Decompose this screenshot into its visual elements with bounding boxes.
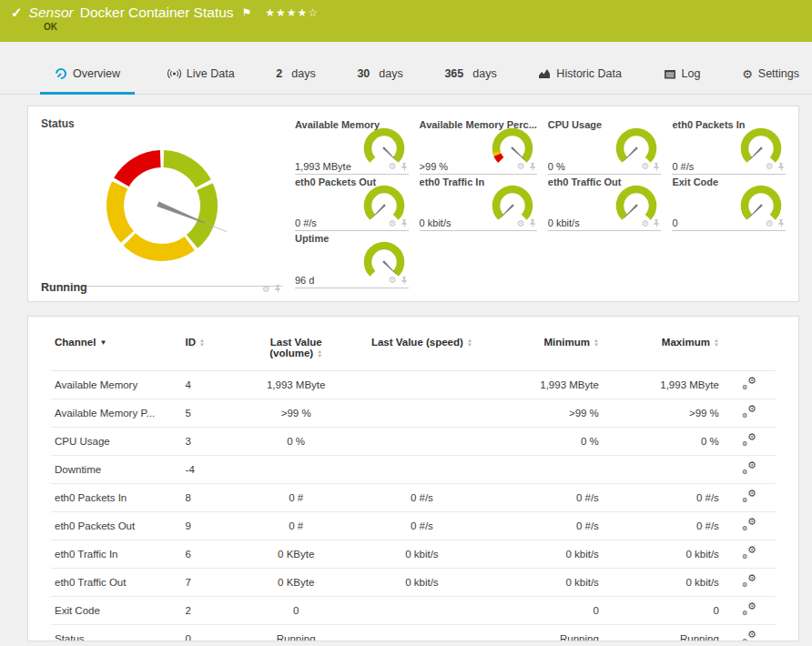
- gear-icon[interactable]: ⚙: [517, 219, 525, 228]
- table-row[interactable]: eth0 Traffic Out70 KByte0 kbit/s0 kbit/s…: [51, 569, 776, 597]
- status-gauge-cell: Status Running ⚙: [41, 117, 282, 287]
- table-row[interactable]: CPU Usage30 %0 %0 %⚙⚙: [51, 428, 776, 456]
- col-last-value-volume[interactable]: Last Value(volume)▲▼: [239, 326, 352, 371]
- gear-icon[interactable]: ⚙: [641, 162, 649, 171]
- pin-icon[interactable]: [400, 218, 409, 228]
- tab-bar: Overview Live Data 2 days 30 days 365 da…: [0, 42, 812, 95]
- gauge-cell-cpu-usage: CPU Usage 0 % ⚙: [548, 117, 662, 175]
- sort-icon: ▲▼: [317, 349, 322, 358]
- tab-historic-data[interactable]: Historic Data: [529, 67, 631, 94]
- table-row[interactable]: eth0 Packets In80 #0 #/s0 #/s0 #/s⚙⚙: [51, 484, 776, 512]
- col-actions: [723, 326, 776, 371]
- status-gauge-value: Running: [41, 281, 87, 294]
- channel-table-panel: Channel▼ ID▲▼ Last Value(volume)▲▼ Last …: [27, 316, 799, 641]
- gauge-cell-exit-code: Exit Code 0 ⚙: [672, 175, 786, 232]
- flag-icon[interactable]: ⚑: [242, 6, 252, 19]
- gauge-cell-eth0-packets-out: eth0 Packets Out 0 #/s ⚙: [295, 175, 409, 232]
- pin-icon[interactable]: [776, 162, 786, 172]
- gear-icon[interactable]: ⚙: [517, 162, 525, 171]
- gauge-cell-eth0-packets-in: eth0 Packets In 0 #/s ⚙: [672, 117, 786, 175]
- gauge-cell-uptime: Uptime 96 d ⚙: [295, 231, 409, 288]
- gauge-cell-eth0-traffic-in: eth0 Traffic In 0 kbit/s ⚙: [420, 175, 537, 232]
- pin-icon[interactable]: [528, 218, 537, 228]
- live-data-icon: [167, 67, 181, 80]
- pin-icon[interactable]: [273, 284, 282, 294]
- col-minimum[interactable]: Minimum▲▼: [491, 326, 602, 371]
- table-row[interactable]: Available Memory41,993 MByte1,993 MByte1…: [51, 371, 776, 399]
- col-channel[interactable]: Channel▼: [51, 326, 182, 371]
- gear-icon[interactable]: ⚙: [766, 162, 774, 171]
- gear-icon[interactable]: ⚙: [262, 285, 270, 294]
- channel-settings-gears-icon[interactable]: ⚙⚙: [742, 378, 756, 390]
- channel-settings-gears-icon[interactable]: ⚙⚙: [742, 631, 756, 641]
- channel-table: Channel▼ ID▲▼ Last Value(volume)▲▼ Last …: [51, 326, 776, 641]
- gauge-cell-eth0-traffic-out: eth0 Traffic Out 0 kbit/s ⚙: [548, 175, 662, 232]
- tab-365-days[interactable]: 365 days: [435, 67, 505, 94]
- col-last-value-speed[interactable]: Last Value (speed)▲▼: [352, 326, 491, 371]
- col-id[interactable]: ID▲▼: [182, 326, 240, 371]
- gear-icon[interactable]: ⚙: [766, 219, 774, 228]
- table-header-row: Channel▼ ID▲▼ Last Value(volume)▲▼ Last …: [51, 326, 776, 371]
- channel-settings-gears-icon[interactable]: ⚙⚙: [742, 434, 756, 447]
- gear-icon[interactable]: ⚙: [389, 276, 397, 285]
- tab-overview[interactable]: Overview: [40, 67, 135, 95]
- table-row[interactable]: eth0 Traffic In60 KByte0 kbit/s0 kbit/s0…: [51, 540, 776, 569]
- historic-chart-icon: [538, 67, 551, 80]
- settings-gear-icon: ⚙: [742, 68, 753, 80]
- channel-settings-gears-icon[interactable]: ⚙⚙: [742, 519, 756, 531]
- channel-settings-gears-icon[interactable]: ⚙⚙: [742, 490, 756, 503]
- pin-icon[interactable]: [528, 162, 537, 172]
- tab-live-data[interactable]: Live Data: [158, 67, 244, 94]
- gauge-grid: Available Memory 1,993 MByte ⚙ Available…: [295, 117, 786, 287]
- sort-desc-icon: ▼: [99, 338, 107, 347]
- status-donut-gauge: [86, 130, 238, 281]
- table-row[interactable]: Status0RunningRunningRunning⚙⚙: [51, 625, 776, 642]
- table-row[interactable]: Downtime-4⚙⚙: [51, 456, 776, 484]
- gear-icon[interactable]: ⚙: [389, 162, 397, 171]
- pin-icon[interactable]: [776, 218, 786, 228]
- pin-icon[interactable]: [652, 162, 661, 172]
- tab-settings[interactable]: ⚙ Settings: [733, 67, 808, 94]
- sort-icon: ▲▼: [594, 338, 599, 348]
- tab-2-days[interactable]: 2 days: [267, 67, 324, 94]
- gauge-icon: [55, 67, 67, 80]
- tab-30-days[interactable]: 30 days: [348, 67, 411, 94]
- pin-icon[interactable]: [400, 162, 409, 172]
- gauge-cell-available-memory: Available Memory 1,993 MByte ⚙: [295, 117, 409, 175]
- pin-icon[interactable]: [400, 276, 409, 286]
- channel-settings-gears-icon[interactable]: ⚙⚙: [742, 462, 756, 475]
- tab-log[interactable]: Log: [655, 67, 710, 94]
- gear-icon[interactable]: ⚙: [641, 219, 649, 228]
- gauge-cell-available-memory-percent: Available Memory Perc... >99 % ⚙: [420, 117, 537, 175]
- channel-settings-gears-icon[interactable]: ⚙⚙: [742, 603, 756, 616]
- table-row[interactable]: eth0 Packets Out90 #0 #/s0 #/s0 #/s⚙⚙: [51, 512, 776, 540]
- status-gauge-title: Status: [41, 117, 282, 130]
- channel-settings-gears-icon[interactable]: ⚙⚙: [742, 547, 756, 560]
- table-row[interactable]: Exit Code2000⚙⚙: [51, 597, 776, 625]
- page-title: Docker Container Status: [80, 5, 234, 21]
- col-maximum[interactable]: Maximum▲▼: [603, 326, 723, 371]
- status-badge: OK: [44, 22, 812, 32]
- table-row[interactable]: Available Memory P...5>99 %>99 %>99 %⚙⚙: [51, 399, 776, 428]
- gauges-panel: Status Running ⚙: [27, 106, 799, 302]
- pin-icon[interactable]: [652, 218, 661, 228]
- channel-settings-gears-icon[interactable]: ⚙⚙: [742, 406, 756, 419]
- priority-stars[interactable]: ★★★★☆: [265, 6, 319, 19]
- sort-icon: ▲▼: [467, 338, 472, 348]
- sort-icon: ▲▼: [199, 338, 205, 348]
- gear-icon[interactable]: ⚙: [389, 219, 397, 228]
- sensor-header: ✓ Sensor Docker Container Status ⚑ ★★★★☆…: [0, 0, 812, 42]
- status-check-icon: ✓: [11, 5, 23, 21]
- sensor-word: Sensor: [29, 5, 74, 21]
- channel-settings-gears-icon[interactable]: ⚙⚙: [742, 575, 756, 588]
- log-list-icon: [664, 68, 676, 80]
- sort-icon: ▲▼: [714, 338, 719, 348]
